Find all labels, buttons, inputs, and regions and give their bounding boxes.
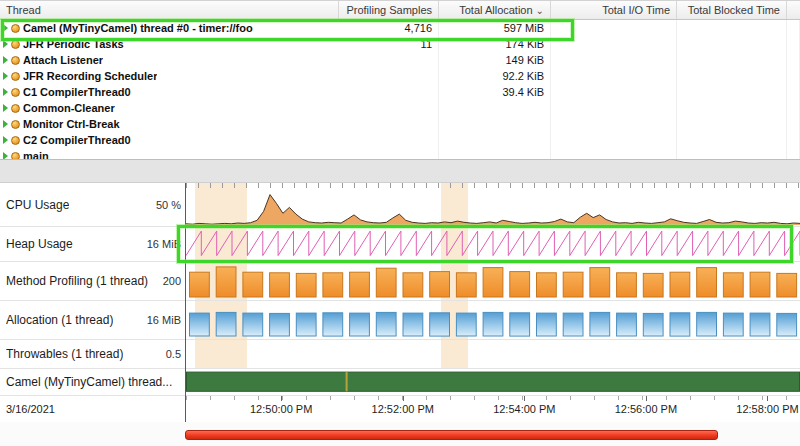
- thread-icon: [11, 24, 20, 33]
- total-io-value: [551, 52, 677, 68]
- thread-name: JFR Recording Scheduler: [23, 70, 157, 82]
- expand-arrow-icon[interactable]: [3, 24, 8, 32]
- table-row[interactable]: JFR Periodic Tasks11174 KiB: [0, 36, 800, 52]
- thread-icon: [11, 88, 20, 97]
- thread-cell: JFR Periodic Tasks: [0, 38, 339, 50]
- total-allocation-value: [439, 116, 551, 132]
- profiling-samples-value: [339, 84, 439, 100]
- time-tick: [403, 396, 404, 401]
- thread-icon: [11, 104, 20, 113]
- total-blocked-value: [677, 100, 787, 116]
- table-row[interactable]: C1 CompilerThread039.4 KiB: [0, 84, 800, 100]
- total-io-value: [551, 68, 677, 84]
- column-header-io-label: Total I/O Time: [602, 4, 670, 16]
- table-row[interactable]: JFR Recording Scheduler92.2 KiB: [0, 68, 800, 84]
- timeline-scrollbar-track[interactable]: [185, 422, 800, 446]
- total-blocked-value: [677, 148, 787, 160]
- thread-icon: [11, 72, 20, 81]
- axis-value: 0.5: [162, 348, 181, 360]
- timeline-row-label[interactable]: Allocation (1 thread)16 MiB: [0, 301, 185, 340]
- column-header-total-blocked-time[interactable]: Total Blocked Time: [677, 1, 787, 19]
- thread-name: Attach Listener: [23, 54, 103, 66]
- axis-value: 16 MiB: [143, 314, 181, 326]
- column-header-total-io-time[interactable]: Total I/O Time: [551, 1, 677, 19]
- row-spacer: [787, 84, 800, 100]
- timeline-plot[interactable]: 12:50:00 PM12:52:00 PM12:54:00 PM12:56:0…: [185, 183, 800, 422]
- date-row: 3/16/2021: [0, 396, 185, 422]
- profiling-samples-value: [339, 68, 439, 84]
- thread-name: C2 CompilerThread0: [23, 134, 131, 146]
- expand-arrow-icon[interactable]: [3, 72, 8, 80]
- total-allocation-value: 39.4 KiB: [439, 84, 551, 100]
- time-tick: [281, 396, 282, 401]
- total-allocation-value: 174 KiB: [439, 36, 551, 52]
- timeline-row-label[interactable]: Camel (MyTinyCamel) thread...: [0, 369, 185, 396]
- column-header-thread-label: Thread: [6, 4, 41, 16]
- expand-arrow-icon[interactable]: [3, 104, 8, 112]
- column-header-blocked-label: Total Blocked Time: [688, 4, 780, 16]
- thread-icon: [11, 136, 20, 145]
- total-io-value: [551, 100, 677, 116]
- chart-method-profiling: [186, 262, 800, 301]
- row-spacer: [787, 68, 800, 84]
- axis-value: 16 MiB: [143, 238, 181, 250]
- expand-arrow-icon[interactable]: [3, 88, 8, 96]
- bottom-strip: [0, 422, 800, 446]
- total-io-value: [551, 84, 677, 100]
- row-spacer: [787, 52, 800, 68]
- timeline-row-label[interactable]: Throwables (1 thread)0.5: [0, 340, 185, 369]
- row-spacer: [787, 132, 800, 148]
- thread-name: JFR Periodic Tasks: [23, 38, 124, 50]
- total-io-value: [551, 116, 677, 132]
- total-blocked-value: [677, 132, 787, 148]
- panel-divider: [0, 160, 800, 183]
- total-allocation-value: 149 KiB: [439, 52, 551, 68]
- total-blocked-value: [677, 52, 787, 68]
- timeline-scrollbar-thumb[interactable]: [185, 430, 718, 440]
- total-io-value: [551, 20, 677, 36]
- table-header: Thread Profiling Samples Total Allocatio…: [0, 0, 800, 20]
- axis-value: 50 %: [152, 199, 181, 211]
- timeline-row-label[interactable]: Method Profiling (1 thread)200: [0, 262, 185, 301]
- column-header-thread[interactable]: Thread: [0, 1, 339, 19]
- column-header-total-allocation[interactable]: Total Allocation ⌄: [439, 1, 551, 19]
- time-tick-label: 12:52:00 PM: [372, 403, 434, 415]
- table-row[interactable]: Common-Cleaner: [0, 100, 800, 116]
- total-allocation-value: [439, 132, 551, 148]
- table-row[interactable]: Attach Listener149 KiB: [0, 52, 800, 68]
- expand-arrow-icon[interactable]: [3, 152, 8, 160]
- table-row[interactable]: C2 CompilerThread0: [0, 132, 800, 148]
- table-row[interactable]: Monitor Ctrl-Break: [0, 116, 800, 132]
- expand-arrow-icon[interactable]: [3, 40, 8, 48]
- thread-cell: Monitor Ctrl-Break: [0, 118, 339, 130]
- total-blocked-value: [677, 68, 787, 84]
- thread-table-body: Camel (MyTinyCamel) thread #0 - timer://…: [0, 20, 800, 160]
- expand-arrow-icon[interactable]: [3, 56, 8, 64]
- timeline-label: Method Profiling (1 thread): [6, 274, 148, 288]
- timeline-label: Allocation (1 thread): [6, 313, 113, 327]
- profiling-samples-value: [339, 52, 439, 68]
- thread-icon: [11, 40, 20, 49]
- thread-cell: Attach Listener: [0, 54, 339, 66]
- table-row[interactable]: main: [0, 148, 800, 160]
- timeline-row-label[interactable]: Heap Usage16 MiB: [0, 227, 185, 262]
- total-blocked-value: [677, 116, 787, 132]
- expand-arrow-icon[interactable]: [3, 120, 8, 128]
- column-header-profiling-samples[interactable]: Profiling Samples: [339, 1, 439, 19]
- timeline-label: Camel (MyTinyCamel) thread...: [6, 375, 172, 389]
- timeline-row-label[interactable]: CPU Usage50 %: [0, 183, 185, 227]
- thread-name: C1 CompilerThread0: [23, 86, 131, 98]
- chart-cpu-usage: [186, 183, 800, 227]
- thread-cell: Camel (MyTinyCamel) thread #0 - timer://…: [0, 22, 339, 34]
- chart-throwables: [186, 340, 800, 369]
- chart-camel-thread: [186, 369, 800, 396]
- profiling-samples-value: 4,716: [339, 20, 439, 36]
- time-tick-label: 12:54:00 PM: [493, 403, 555, 415]
- total-allocation-value: 597 MiB: [439, 20, 551, 36]
- expand-arrow-icon[interactable]: [3, 136, 8, 144]
- total-io-value: [551, 148, 677, 160]
- time-tick-label: 12:58:00 PM: [736, 403, 798, 415]
- time-tick-label: 12:50:00 PM: [250, 403, 312, 415]
- table-row[interactable]: Camel (MyTinyCamel) thread #0 - timer://…: [0, 20, 800, 36]
- profiling-samples-value: [339, 132, 439, 148]
